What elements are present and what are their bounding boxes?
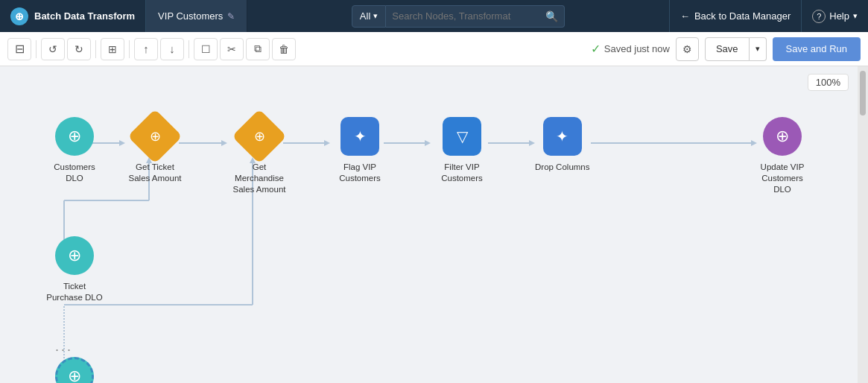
help-button[interactable]: ? Help ▾	[802, 0, 868, 32]
help-chevron-icon: ▾	[853, 11, 858, 21]
svg-marker-9	[529, 140, 535, 146]
filter-dropdown[interactable]: All ▾	[352, 5, 386, 28]
node-filter-vip[interactable]: ▽ Filter VIP Customers	[432, 117, 492, 184]
search-icon: 🔍	[545, 10, 558, 22]
merch-dlo-icon: ⊕	[55, 357, 94, 383]
svg-marker-5	[324, 140, 330, 146]
gear-button[interactable]: ⚙	[676, 37, 699, 61]
node-get-ticket[interactable]: ⊕ Get Ticket Sales Amount	[125, 117, 185, 184]
edit-icon[interactable]: ✎	[227, 11, 235, 22]
brand-icon: ⊕	[10, 7, 28, 25]
toolbar-sep-3	[129, 40, 130, 58]
zoom-level: 100%	[816, 77, 840, 88]
filter-vip-label: Filter VIP Customers	[432, 162, 492, 184]
save-run-button[interactable]: Save and Run	[773, 37, 861, 61]
toolbar: ⊟ ↺ ↻ ⊞ ↑ ↓ ☐ ✂ ⧉ 🗑 ✓ Saved just now ⚙ S…	[0, 32, 868, 66]
ticket-dlo-label: Ticket Purchase DLO	[45, 281, 104, 303]
add-node-button[interactable]: ⊟	[7, 38, 31, 60]
download-button[interactable]: ↓	[160, 38, 184, 60]
check-icon: ✓	[591, 42, 601, 56]
saved-status: ✓ Saved just now	[591, 42, 670, 56]
flag-vip-icon: ✦	[340, 117, 379, 156]
get-merch-label: Get Merchandise Sales Amount	[229, 162, 289, 195]
customers-dlo-icon: ⊕	[55, 117, 94, 156]
save-btn-group: Save ▾	[705, 37, 767, 61]
node-update-vip[interactable]: ⊕ Update VIP Customers DLO	[753, 117, 812, 195]
zoom-badge: 100%	[808, 74, 849, 91]
chevron-down-icon: ▾	[373, 11, 378, 21]
node-ticket-dlo[interactable]: ⊕ Ticket Purchase DLO	[45, 236, 104, 303]
flag-vip-label: Flag VIP Customers	[330, 162, 390, 184]
back-label: Back to Data Manager	[694, 10, 791, 22]
upload-button[interactable]: ↑	[134, 38, 158, 60]
get-merch-icon: ⊕	[232, 109, 287, 164]
dots-indicator: ···	[55, 342, 73, 358]
filter-value: All	[360, 10, 370, 22]
node-flag-vip[interactable]: ✦ Flag VIP Customers	[330, 117, 390, 184]
copy-button[interactable]: ⧉	[246, 38, 270, 60]
back-button[interactable]: ← Back to Data Manager	[669, 0, 802, 32]
connect-button[interactable]: ⊞	[101, 38, 124, 60]
back-arrow-icon: ←	[680, 10, 690, 22]
update-vip-icon: ⊕	[763, 117, 802, 156]
svg-marker-1	[119, 140, 125, 146]
customers-dlo-label: Customers DLO	[45, 162, 104, 184]
drop-cols-label: Drop Columns	[535, 162, 590, 173]
bookmark-button[interactable]: ☐	[194, 38, 218, 60]
tab-name: VIP Customers	[158, 10, 223, 22]
top-nav: ⊕ Batch Data Transform VIP Customers ✎ A…	[0, 0, 868, 32]
search-area: All ▾ 🔍	[352, 5, 565, 28]
help-label: Help	[829, 10, 849, 22]
search-box: 🔍	[386, 5, 565, 28]
save-dropdown-button[interactable]: ▾	[750, 37, 767, 61]
toolbar-sep-4	[189, 40, 189, 58]
update-vip-label: Update VIP Customers DLO	[753, 162, 812, 195]
undo-button[interactable]: ↺	[41, 38, 65, 60]
search-input[interactable]	[392, 10, 541, 22]
canvas: 100% ⊕ Custo	[0, 66, 868, 383]
scrollbar[interactable]	[858, 66, 868, 383]
connections-svg	[0, 66, 868, 383]
scrollbar-thumb[interactable]	[860, 71, 866, 115]
cut-button[interactable]: ✂	[220, 38, 244, 60]
drop-cols-icon: ✦	[543, 117, 582, 156]
brand-logo: ⊕ Batch Data Transform	[0, 0, 146, 32]
node-drop-cols[interactable]: ✦ Drop Columns	[535, 117, 590, 173]
ticket-dlo-icon: ⊕	[55, 236, 94, 275]
save-button[interactable]: Save	[705, 37, 750, 61]
toolbar-right: ✓ Saved just now ⚙ Save ▾ Save and Run	[591, 37, 861, 61]
svg-marker-7	[425, 140, 431, 146]
toolbar-sep-2	[95, 40, 96, 58]
delete-button[interactable]: 🗑	[272, 38, 296, 60]
get-ticket-label: Get Ticket Sales Amount	[125, 162, 185, 184]
question-mark-icon: ?	[812, 10, 826, 23]
redo-button[interactable]: ↻	[67, 38, 91, 60]
saved-text: Saved just now	[604, 43, 670, 54]
get-ticket-icon: ⊕	[127, 109, 183, 164]
node-merch-dlo[interactable]: ⊕ Merchandise Purchase DLO	[45, 357, 104, 383]
filter-vip-icon: ▽	[443, 117, 481, 156]
node-get-merch[interactable]: ⊕ Get Merchandise Sales Amount	[229, 117, 289, 195]
toolbar-sep-1	[36, 40, 37, 58]
brand-title: Batch Data Transform	[34, 10, 135, 22]
svg-marker-3	[221, 140, 227, 146]
current-tab[interactable]: VIP Customers ✎	[146, 0, 247, 32]
node-customers-dlo[interactable]: ⊕ Customers DLO	[45, 117, 104, 184]
